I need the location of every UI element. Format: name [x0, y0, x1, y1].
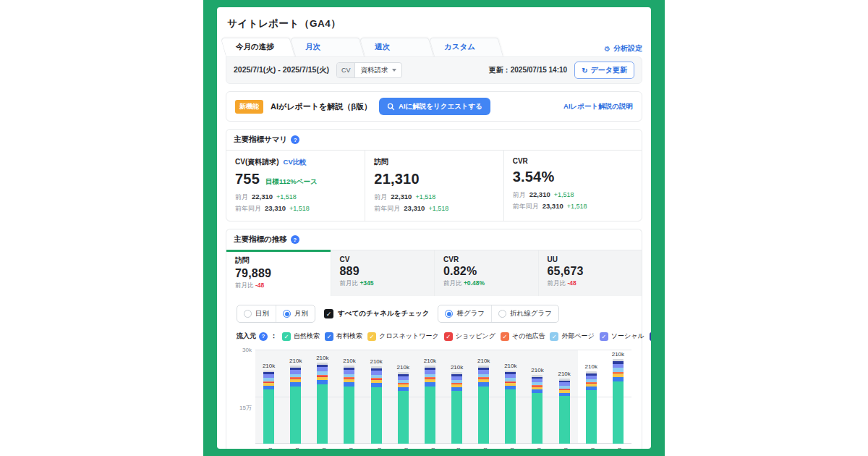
- report-tab-1[interactable]: 月次: [295, 38, 365, 56]
- bar-value-label: 210k: [504, 363, 516, 369]
- metric-tab-delta-row: 前月比 -48: [548, 279, 634, 288]
- legend-checkbox-icon: ✓: [600, 332, 608, 341]
- bar-column-12: 210k: [578, 350, 605, 444]
- stacked-bar-1月[interactable]: [451, 372, 462, 444]
- stacked-bar-7月[interactable]: [290, 366, 301, 444]
- report-tab-0[interactable]: 今月の進捗: [226, 38, 295, 56]
- comparison-label: 前年同月: [513, 202, 539, 211]
- chevron-down-icon: [392, 69, 396, 72]
- bar-segment-自然検索: [425, 387, 435, 444]
- help-icon[interactable]: ?: [259, 332, 268, 341]
- help-icon[interactable]: ?: [291, 135, 299, 144]
- legend-checkbox-icon: ✓: [282, 332, 291, 341]
- stacked-bar-4月[interactable]: [532, 375, 542, 444]
- report-tabs: 今月の進捗月次週次カスタム ⚙ 分析設定: [226, 38, 642, 56]
- summary-card-value: 755: [235, 171, 260, 187]
- report-tab-3[interactable]: カスタム: [434, 38, 503, 56]
- data-refresh-button[interactable]: ↻ データ更新: [574, 62, 634, 79]
- bar-value-label: 210k: [585, 363, 597, 370]
- x-label-cell-8: 2月i: [470, 447, 497, 449]
- stacked-bar-7月[interactable]: [613, 359, 624, 444]
- all-channels-checkbox[interactable]: ✓ すべてのチャネルをチェック: [324, 309, 429, 318]
- month-label: 4月: [533, 447, 542, 449]
- chart-type-option-1[interactable]: 折れ線グラフ: [491, 305, 558, 322]
- trend-title: 主要指標の推移: [234, 235, 287, 245]
- help-icon[interactable]: ?: [291, 235, 299, 244]
- date-range: 2025/7/1(火) - 2025/7/15(火): [234, 65, 329, 75]
- stacked-bar-3月[interactable]: [505, 371, 516, 444]
- stacked-bar-12月[interactable]: [425, 366, 435, 444]
- legend-item-2[interactable]: ✓クロスネットワーク: [367, 332, 439, 341]
- legend-title: 流入元: [237, 332, 256, 341]
- chart-type-option-label: 折れ線グラフ: [510, 309, 552, 318]
- x-label-cell-6: 12月: [417, 447, 443, 449]
- ai-title: AIがレポートを解説（β版）: [271, 101, 372, 112]
- bar-column-8: 210k: [470, 350, 497, 444]
- stacked-bar-6月[interactable]: [586, 371, 597, 444]
- delta-value: -48: [567, 279, 576, 287]
- legend-item-7[interactable]: ✓メール/通知: [650, 332, 651, 341]
- cv-select-dropdown[interactable]: CV 資料請求: [336, 62, 403, 78]
- ai-request-button[interactable]: AIに解説をリクエストする: [379, 98, 490, 115]
- granularity-option-label: 日別: [255, 309, 269, 318]
- stacked-bar-2月[interactable]: [478, 366, 489, 444]
- legend-checkbox-icon: ✓: [501, 332, 509, 341]
- granularity-option-0[interactable]: 日別: [237, 305, 276, 322]
- stacked-bar-chart: 30k15万0 210k210k210k210k210k210k210k210k…: [226, 342, 642, 449]
- metric-tab-3[interactable]: UU65,673前月比 -48: [538, 250, 642, 296]
- ai-help-link[interactable]: AIレポート解説の説明: [563, 102, 633, 111]
- month-label: 6月: [264, 447, 273, 449]
- x-label-cell-12: 6月: [578, 447, 605, 449]
- report-tab-label: 週次: [375, 42, 390, 52]
- x-label-cell-11: 5月: [551, 447, 578, 449]
- metric-tab-value: 889: [340, 265, 426, 278]
- legend-item-5[interactable]: ✓外部ページ: [550, 332, 594, 341]
- analysis-settings-link[interactable]: ⚙ 分析設定: [604, 43, 642, 56]
- comparison-row: 前年同月23,310+1,518: [374, 204, 494, 214]
- report-tab-2[interactable]: 週次: [365, 38, 434, 56]
- comparison-label: 前月: [513, 190, 526, 200]
- metric-tabs: 訪問79,889前月比 -48CV889前月比 +345CVR0.82%前月比 …: [226, 250, 642, 296]
- legend-item-0[interactable]: ✓自然検索: [282, 332, 320, 341]
- summary-card-1: 訪問21,310前月22,310+1,518前年同月23,310+1,518: [365, 151, 503, 221]
- delta-label: 前月比: [340, 279, 360, 287]
- chart-type-option-0[interactable]: 棒グラフ: [438, 305, 491, 322]
- stacked-bar-10月[interactable]: [371, 366, 382, 444]
- legend-item-6[interactable]: ✓ソーシャル: [600, 332, 644, 341]
- granularity-option-1[interactable]: 月別: [276, 305, 315, 322]
- stacked-bar-8月[interactable]: [317, 363, 328, 444]
- bar-segment-自然検索: [451, 391, 462, 444]
- stacked-bar-6月[interactable]: [263, 371, 274, 444]
- bar-column-13: 210k: [605, 350, 631, 444]
- toolbar: 2025/7/1(火) - 2025/7/15(火) CV 資料請求 更新：20…: [226, 56, 642, 84]
- metric-tab-2[interactable]: CVR0.82%前月比 +0.48%: [434, 250, 538, 296]
- radio-icon: [498, 310, 506, 318]
- legend-item-3[interactable]: ✓ショッピング: [444, 332, 495, 341]
- stacked-bar-9月[interactable]: [344, 366, 354, 444]
- legend-item-label: 自然検索: [294, 332, 320, 341]
- metric-tab-0[interactable]: 訪問79,889前月比 -48: [226, 250, 331, 296]
- bar-value-label: 210k: [343, 358, 355, 364]
- report-tab-label: 今月の進捗: [236, 42, 274, 52]
- summary-card-label: CVR: [513, 157, 528, 165]
- legend-item-label: ソーシャル: [611, 332, 644, 341]
- legend-item-label: クロスネットワーク: [379, 332, 439, 341]
- bar-column-1: 210k: [282, 350, 309, 444]
- delta-label: 前月比: [548, 279, 568, 287]
- summary-card-value: 3.54%: [513, 169, 555, 185]
- metric-tab-1[interactable]: CV889前月比 +345: [331, 250, 435, 296]
- comparison-delta: +1,518: [567, 203, 587, 210]
- comparison-value: 22,310: [391, 193, 412, 200]
- legend-checkbox-icon: ✓: [325, 332, 333, 341]
- page-title: サイトレポート（GA4）: [227, 17, 642, 30]
- legend-item-4[interactable]: ✓その他広告: [501, 332, 545, 341]
- stacked-bar-5月[interactable]: [559, 379, 570, 444]
- legend-item-1[interactable]: ✓有料検索: [325, 332, 362, 341]
- cv-compare-link[interactable]: CV比較: [284, 158, 307, 167]
- bar-segment-自然検索: [398, 391, 409, 444]
- metric-tab-label: CV: [340, 256, 426, 263]
- stacked-bar-11月[interactable]: [398, 372, 409, 444]
- comparison-value: 22,310: [252, 193, 273, 200]
- delta-label: 前月比: [235, 282, 255, 289]
- report-card: サイトレポート（GA4） 今月の進捗月次週次カスタム ⚙ 分析設定 2025/7…: [217, 7, 651, 449]
